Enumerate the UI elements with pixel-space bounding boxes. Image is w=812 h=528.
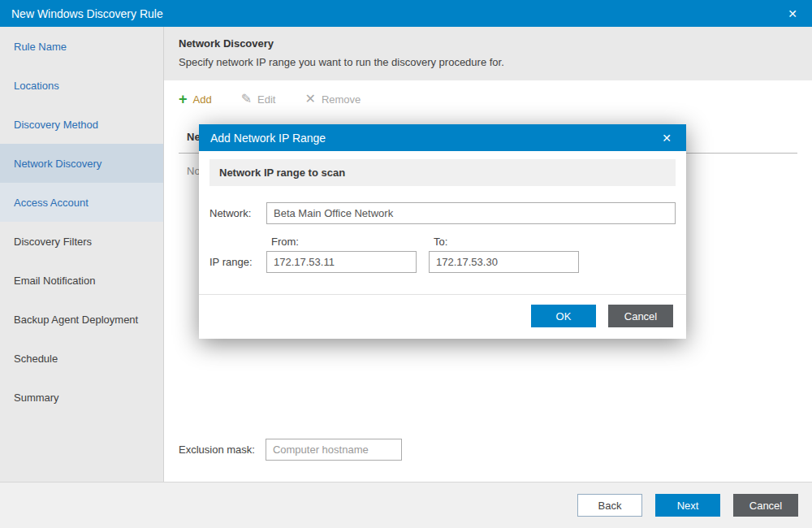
network-label: Network: [209,207,266,219]
dialog-title: Add Network IP Range [210,132,326,145]
sidebar-item-schedule[interactable]: Schedule [0,339,163,378]
edit-button[interactable]: ✎ Edit [241,93,276,106]
from-label: From: [266,236,429,248]
step-subtitle: Specify network IP range you want to run… [179,56,797,68]
network-name-input[interactable] [266,202,676,224]
sidebar-item-label: Discovery Filters [14,236,92,248]
window-titlebar: New Windows Discovery Rule ✕ [0,0,812,27]
sidebar-item-label: Summary [14,392,59,404]
plus-icon: + [179,92,188,106]
sidebar-item-network-discovery[interactable]: Network Discovery [0,144,163,183]
sidebar-item-label: Rule Name [14,41,67,53]
remove-button-label: Remove [322,93,361,106]
edit-button-label: Edit [257,93,275,106]
sidebar-item-label: Schedule [14,353,58,365]
dialog-section-header: Network IP range to scan [209,159,676,186]
sidebar-item-access-account[interactable]: Access Account [0,183,163,222]
to-label: To: [429,236,591,248]
sidebar-item-locations[interactable]: Locations [0,66,163,105]
ok-button[interactable]: OK [531,305,596,327]
list-toolbar: + Add ✎ Edit ✕ Remove [164,80,812,118]
sidebar-item-label: Backup Agent Deployment [14,314,138,326]
sidebar-item-discovery-method[interactable]: Discovery Method [0,105,163,144]
wizard-footer: Back Next Cancel [0,482,812,528]
ip-from-input[interactable] [266,251,417,273]
step-header: Network Discovery Specify network IP ran… [164,27,812,80]
exclusion-mask-label: Exclusion mask: [179,444,255,456]
add-button-label: Add [193,93,212,106]
wizard-sidebar: Rule Name Locations Discovery Method Net… [0,27,164,482]
add-ip-range-dialog: Add Network IP Range ✕ Network IP range … [199,124,686,339]
sidebar-item-discovery-filters[interactable]: Discovery Filters [0,222,163,261]
ip-range-row: IP range: [209,251,676,273]
ip-to-input[interactable] [429,251,579,273]
sidebar-item-label: Network Discovery [14,158,102,170]
ip-range-label: IP range: [209,256,266,268]
sidebar-item-label: Access Account [14,197,89,209]
sidebar-item-rule-name[interactable]: Rule Name [0,27,163,66]
sidebar-item-summary[interactable]: Summary [0,378,163,417]
dialog-cancel-button[interactable]: Cancel [608,305,673,327]
pencil-icon: ✎ [241,93,252,106]
sidebar-item-label: Discovery Method [14,119,98,131]
sidebar-item-label: Locations [14,80,59,92]
dialog-titlebar: Add Network IP Range ✕ [199,124,686,151]
remove-button[interactable]: ✕ Remove [304,93,361,106]
dialog-footer: OK Cancel [199,294,686,339]
sidebar-item-backup-agent-deployment[interactable]: Backup Agent Deployment [0,300,163,339]
range-column-labels: From: To: [209,236,676,248]
dialog-close-icon[interactable]: ✕ [659,130,675,146]
back-button[interactable]: Back [577,494,642,517]
network-row: Network: [209,202,676,224]
next-button[interactable]: Next [655,494,720,517]
wizard-cancel-button[interactable]: Cancel [733,494,798,517]
sidebar-item-label: Email Notification [14,275,95,287]
window-close-icon[interactable]: ✕ [784,6,801,22]
remove-x-icon: ✕ [304,93,315,106]
window-title: New Windows Discovery Rule [11,7,163,20]
exclusion-mask-row: Exclusion mask: [179,439,797,461]
step-title: Network Discovery [179,37,797,50]
exclusion-mask-input[interactable] [266,439,402,461]
dialog-body: Network IP range to scan Network: From: … [199,151,686,294]
sidebar-item-email-notification[interactable]: Email Notification [0,261,163,300]
add-button[interactable]: + Add [179,92,212,106]
